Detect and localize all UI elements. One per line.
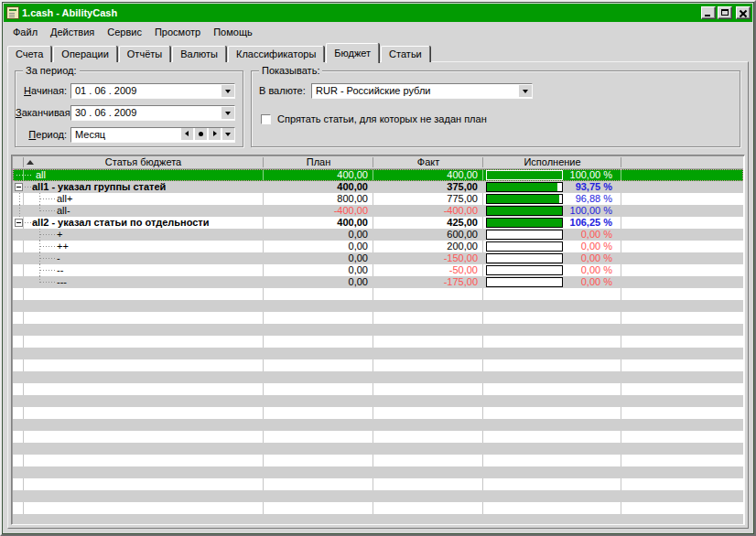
menu-item-3[interactable]: Просмотр — [148, 25, 207, 39]
table-row[interactable]: --0,00-50,000,00 % — [13, 264, 743, 276]
column-separator — [621, 312, 621, 324]
tab-6[interactable]: Статьи — [381, 46, 430, 62]
tree-line — [40, 198, 55, 199]
window-title: 1.cash - AbilityCash — [22, 7, 699, 18]
table-row[interactable]: ---0,00-175,000,00 % — [13, 276, 743, 288]
end-date-field[interactable]: 30 . 06 . 2009 — [70, 105, 235, 121]
header-fact[interactable]: Факт — [373, 156, 483, 168]
minimize-icon — [705, 15, 710, 16]
column-separator — [263, 383, 264, 395]
start-date-dropdown-button[interactable] — [221, 85, 234, 97]
empty-row — [13, 419, 743, 431]
plan-value: 0,00 — [264, 276, 368, 288]
column-separator — [482, 383, 483, 395]
empty-row — [13, 443, 743, 455]
column-separator — [482, 455, 483, 466]
tree-line — [19, 193, 20, 205]
currency-combobox[interactable]: RUR - Российские рубли — [311, 83, 533, 99]
column-separator — [621, 455, 621, 466]
fact-value: 200,00 — [373, 241, 478, 252]
column-separator — [482, 217, 483, 229]
table-row[interactable]: all2 - указал статьи по отдельности400,0… — [13, 217, 743, 229]
header-plan[interactable]: План — [264, 156, 373, 168]
article-name: -- — [57, 264, 63, 276]
period-label: Период: — [16, 127, 67, 143]
execution-bar-fill — [487, 207, 562, 215]
maximize-button[interactable] — [718, 6, 732, 19]
empty-row — [13, 407, 743, 419]
period-prev-button[interactable] — [181, 128, 193, 140]
empty-row — [13, 490, 743, 502]
column-separator — [482, 264, 483, 276]
tab-4[interactable]: Классификаторы — [228, 46, 324, 62]
column-separator — [621, 217, 621, 229]
minimize-button[interactable] — [701, 6, 716, 19]
article-name: all — [36, 169, 46, 181]
show-groupbox: Показывать: В валюте: RUR - Российские р… — [251, 70, 740, 147]
collapse-icon[interactable] — [15, 183, 23, 191]
article-name: all+ — [57, 193, 72, 205]
header-execution[interactable]: Исполнение — [483, 156, 621, 168]
menu-item-0[interactable]: Файл — [6, 25, 44, 39]
execution-percent: 0,00 % — [561, 241, 612, 252]
execution-bar-fill — [487, 195, 559, 203]
column-separator — [23, 193, 24, 205]
tab-1[interactable]: Операции — [53, 46, 116, 62]
menu-item-1[interactable]: Действия — [44, 25, 101, 39]
hide-no-plan-checkbox[interactable] — [261, 114, 271, 124]
column-separator — [23, 241, 24, 252]
fact-value: -175,00 — [373, 276, 478, 288]
tab-0[interactable]: Счета — [7, 46, 51, 62]
app-window: 1.cash - AbilityCash ФайлДействияСервисП… — [0, 0, 756, 536]
column-separator — [621, 431, 621, 443]
column-separator — [373, 359, 373, 371]
tab-2[interactable]: Отчёты — [119, 46, 170, 62]
column-separator — [373, 383, 373, 395]
table-row[interactable]: all1 - указал группы статей400,00375,009… — [13, 181, 743, 193]
titlebar[interactable]: 1.cash - AbilityCash — [4, 4, 752, 22]
tree-line — [16, 175, 33, 176]
column-separator — [482, 193, 483, 205]
table-row[interactable]: +0,00600,000,00 % — [13, 229, 743, 241]
column-separator — [482, 169, 483, 181]
chevron-down-icon — [225, 90, 231, 93]
column-separator — [482, 502, 483, 514]
table-row[interactable]: all400,00400,00100,00 % — [13, 169, 743, 181]
currency-dropdown-button[interactable] — [519, 85, 532, 97]
period-dropdown-button[interactable] — [222, 128, 234, 140]
empty-row — [13, 312, 743, 324]
tab-5[interactable]: Бюджет — [326, 43, 379, 63]
tree-line — [40, 258, 55, 259]
header-article[interactable]: Статья бюджета — [23, 156, 264, 168]
period-group-title: За период: — [23, 65, 80, 76]
table-row[interactable]: all--400,00-400,00100,00 % — [13, 205, 743, 217]
end-date-label: Заканчивая: — [16, 105, 67, 121]
collapse-icon[interactable] — [15, 219, 23, 227]
execution-percent: 96,88 % — [561, 193, 612, 205]
tree-line — [25, 222, 32, 223]
period-current-button[interactable] — [195, 128, 207, 140]
table-row[interactable]: ++0,00200,000,00 % — [13, 241, 743, 252]
fact-value: 375,00 — [373, 181, 478, 193]
close-button[interactable] — [736, 6, 751, 19]
end-date-dropdown-button[interactable] — [221, 107, 234, 119]
menu-item-2[interactable]: Сервис — [101, 25, 148, 39]
tree-line — [19, 205, 20, 217]
column-separator — [23, 312, 24, 324]
start-date-label: Начиная: — [16, 83, 67, 99]
fact-value: 775,00 — [373, 193, 478, 205]
table-row[interactable]: all+800,00775,0096,88 % — [13, 193, 743, 205]
column-separator — [621, 336, 621, 348]
table-row[interactable]: -0,00-150,000,00 % — [13, 252, 743, 264]
maximize-icon — [721, 9, 729, 16]
start-date-field[interactable]: 01 . 06 . 2009 — [70, 83, 235, 99]
period-next-button[interactable] — [209, 128, 221, 140]
dot-icon — [199, 132, 203, 136]
execution-bar-fill — [487, 171, 562, 179]
column-separator — [23, 217, 24, 229]
tab-3[interactable]: Валюты — [172, 46, 226, 62]
menu-item-4[interactable]: Помощь — [207, 25, 259, 39]
execution-percent: 93,75 % — [561, 181, 612, 193]
plan-value: 800,00 — [264, 193, 368, 205]
plan-value: -400,00 — [264, 205, 368, 217]
